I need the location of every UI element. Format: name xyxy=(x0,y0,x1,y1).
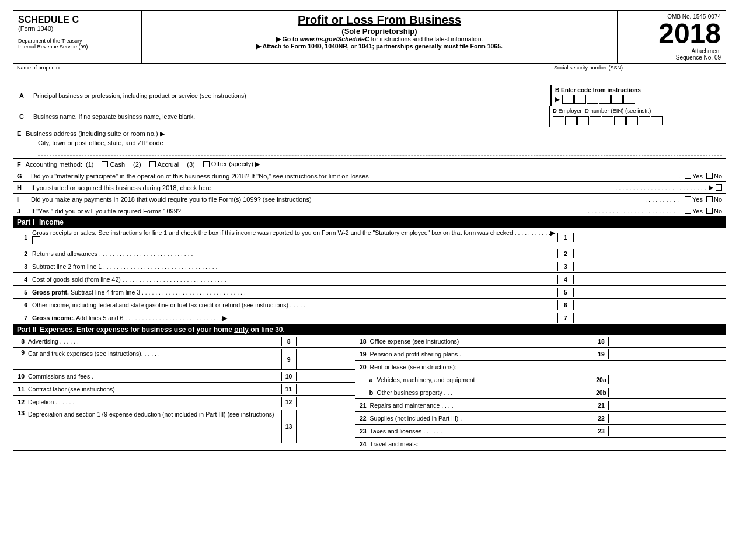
row-i-yes-checkbox[interactable] xyxy=(685,196,691,202)
row-g-yes-no: Yes No xyxy=(685,173,722,180)
code-box-4[interactable] xyxy=(599,94,611,104)
exp-12-num: 12 xyxy=(13,398,26,405)
row-j-yes-label: Yes xyxy=(692,208,703,215)
exp-9-label: 9 xyxy=(281,349,297,369)
row-b-text: Enter code from instructions xyxy=(561,87,641,93)
tax-year: 2018 xyxy=(622,20,721,48)
line-1-num: 1 xyxy=(13,234,30,241)
line-7-label: 7 xyxy=(557,313,574,323)
cash-checkbox[interactable] xyxy=(102,161,108,167)
exp-18-label: 18 xyxy=(594,337,609,346)
line-1-label: 1 xyxy=(557,233,574,242)
row-g-letter: G xyxy=(17,173,26,180)
row-h-dots: . . . . . . . . . . . . . . . . . . . . … xyxy=(615,184,706,191)
exp-23-num: 23 xyxy=(355,428,368,435)
row-g-no: No xyxy=(706,173,722,180)
name-input-row[interactable] xyxy=(13,72,726,85)
expense-left: 8 Advertising . . . . . . 8 9 Car and tr… xyxy=(13,335,355,450)
ein-box-4[interactable] xyxy=(590,116,601,125)
row-j-letter: J xyxy=(17,208,26,215)
exp-21-label: 21 xyxy=(594,401,609,410)
exp-21-desc: Repairs and maintenance . . . . xyxy=(368,401,594,410)
sequence-number: Sequence No. 09 xyxy=(622,54,721,61)
row-i-dots: . . . . . . . . . . xyxy=(645,196,679,203)
part2-header: Part II Expenses. Enter expenses for bus… xyxy=(13,324,726,335)
code-boxes xyxy=(562,94,635,104)
exp-12-label: 12 xyxy=(281,397,297,407)
income-line-6: 6 Other income, including federal and st… xyxy=(13,299,726,312)
exp-11-num: 11 xyxy=(13,386,26,393)
row-i-no-checkbox[interactable] xyxy=(706,196,713,202)
line-6-label: 6 xyxy=(557,300,574,310)
line-5-label: 5 xyxy=(557,288,574,297)
ein-box-7[interactable] xyxy=(626,116,638,125)
row-b-arrow: ▶ xyxy=(555,96,560,103)
row-g-yes-checkbox[interactable] xyxy=(685,173,691,179)
code-box-2[interactable] xyxy=(574,94,586,104)
exp-12-desc: Depletion . . . . . . xyxy=(26,397,281,407)
exp-20b-sub: b xyxy=(368,389,375,396)
exp-19-label: 19 xyxy=(594,349,609,359)
row-j-no: No xyxy=(706,208,722,215)
exp-8-label: 8 xyxy=(281,337,297,346)
dept-label: Department of the Treasury xyxy=(18,38,136,44)
header-center: Profit or Loss From Business (Sole Propr… xyxy=(142,11,618,63)
row-h-checkbox[interactable] xyxy=(716,184,722,191)
line-1-checkbox[interactable] xyxy=(32,236,40,244)
ssn-label: Social security number (SSN) xyxy=(550,64,726,72)
income-line-2: 2 Returns and allowances . . . . . . . .… xyxy=(13,247,726,260)
row-i-text: Did you make any payments in 2018 that w… xyxy=(31,196,644,203)
other-specify-field[interactable] xyxy=(267,164,722,164)
exp-13-num: 13 xyxy=(13,410,26,416)
code-box-1[interactable] xyxy=(562,94,574,104)
header-right: OMB No. 1545-0074 2018 Attachment Sequen… xyxy=(618,11,726,63)
code-box-6[interactable] xyxy=(623,94,635,104)
row-d-side: D Employer ID number (EIN) (see instr.) xyxy=(550,106,726,127)
accrual-checkbox[interactable] xyxy=(149,161,156,167)
accrual-checkbox-item: Accrual xyxy=(149,161,179,168)
income-line-7: 7 Gross income. Add lines 5 and 6 . . . … xyxy=(13,312,726,324)
expense-line-13: 13 Depreciation and section 179 expense … xyxy=(13,408,355,443)
code-box-3[interactable] xyxy=(587,94,598,104)
row-h: H If you started or acquired this busine… xyxy=(13,182,726,194)
exp-19-num: 19 xyxy=(355,351,368,358)
expense-line-18: 18 Office expense (see instructions) 18 xyxy=(355,335,726,348)
exp-20b-label: 20b xyxy=(594,388,609,397)
instruction-line-2: ▶ Attach to Form 1040, 1040NR, or 1041; … xyxy=(147,43,612,50)
ein-box-9[interactable] xyxy=(651,116,663,125)
row-j-no-checkbox[interactable] xyxy=(706,208,713,214)
ein-box-3[interactable] xyxy=(577,116,589,125)
income-line-5: 5 Gross profit. Subtract line 4 from lin… xyxy=(13,286,726,299)
irs-label: Internal Revenue Service (99) xyxy=(18,44,136,50)
row-j-no-label: No xyxy=(714,208,722,215)
row-g-no-label: No xyxy=(714,173,722,180)
row-j-yes-checkbox[interactable] xyxy=(685,208,691,214)
row-b-label: B Enter code from instructions xyxy=(555,87,722,93)
ein-box-8[interactable] xyxy=(639,116,650,125)
row-cd: C Business name. If no separate business… xyxy=(13,106,726,127)
row-j-yes: Yes xyxy=(685,208,703,215)
row-d-label: D Employer ID number (EIN) (see instr.) xyxy=(550,106,726,115)
row-g-yes: Yes xyxy=(685,173,703,180)
code-box-5[interactable] xyxy=(611,94,623,104)
row-j-text: If "Yes," did you or will you file requi… xyxy=(31,208,587,215)
ein-box-6[interactable] xyxy=(614,116,626,125)
row-f-text: Accounting method: xyxy=(26,161,82,168)
exp-20a-label: 20a xyxy=(594,375,609,384)
income-line-4: 4 Cost of goods sold (from line 42) . . … xyxy=(13,273,726,286)
row-f-letter: F xyxy=(17,161,21,168)
other-label: Other (specify) ▶ xyxy=(211,160,260,168)
exp-24-num: 24 xyxy=(355,440,368,447)
ein-box-1[interactable] xyxy=(553,116,564,125)
row-i-letter: I xyxy=(17,196,26,203)
row-g-no-checkbox[interactable] xyxy=(706,173,713,179)
schedule-title: SCHEDULE C xyxy=(18,15,136,25)
exp-18-desc: Office expense (see instructions) xyxy=(368,337,594,346)
line-5-num: 5 xyxy=(13,289,30,296)
ein-box-5[interactable] xyxy=(602,116,613,125)
row-i-no: No xyxy=(706,196,722,203)
part1-label: Part I xyxy=(17,218,34,226)
ein-box-2[interactable] xyxy=(565,116,577,125)
other-checkbox[interactable] xyxy=(203,161,210,167)
row-e-city: City, town or post office, state, and ZI… xyxy=(17,139,722,156)
